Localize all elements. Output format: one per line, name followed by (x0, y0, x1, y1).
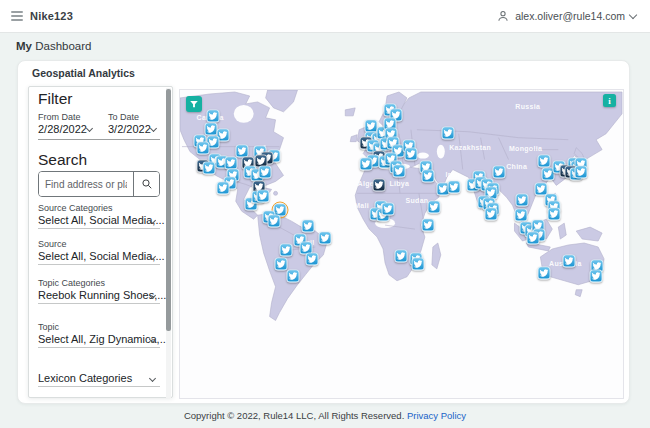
dashboard-card: Geospatial Analytics Filter From Date To… (17, 60, 630, 404)
twitter-marker[interactable] (275, 258, 288, 271)
filter-panel: Filter From Date To Date 2/28/2022 3/2/2… (28, 86, 173, 398)
breadcrumb-bold: My (16, 40, 32, 52)
twitter-marker[interactable] (562, 255, 575, 268)
panel-scrollbar-thumb[interactable] (166, 89, 171, 331)
privacy-policy-link[interactable]: Privacy Policy (407, 410, 466, 421)
address-search (38, 171, 160, 197)
widget-title: Geospatial Analytics (32, 67, 135, 79)
to-date-select[interactable]: 3/2/2022 (108, 123, 151, 135)
breadcrumb-rest: Dashboard (32, 40, 91, 52)
twitter-marker[interactable] (257, 189, 270, 202)
lexicon-categories-select[interactable]: Lexicon Categories (38, 372, 132, 384)
search-input[interactable] (39, 172, 133, 196)
twitter-marker[interactable] (411, 258, 424, 271)
twitter-marker[interactable] (280, 243, 293, 256)
chevron-down-icon[interactable] (149, 375, 156, 382)
twitter-marker[interactable] (267, 214, 280, 227)
twitter-marker[interactable] (203, 162, 216, 175)
chevron-down-icon (629, 10, 637, 18)
divider (38, 386, 160, 387)
from-date-label: From Date (38, 112, 81, 122)
map-filter-button[interactable] (186, 96, 202, 112)
info-icon: i (608, 96, 611, 106)
from-date-select[interactable]: 2/28/2022 (38, 123, 87, 135)
search-button[interactable] (133, 172, 159, 196)
twitter-marker[interactable] (381, 202, 394, 215)
topic-categories-label: Topic Categories (38, 278, 105, 288)
world-map-svg (180, 90, 623, 398)
menu-icon[interactable] (11, 11, 23, 21)
twitter-marker[interactable] (405, 148, 418, 161)
twitter-marker[interactable] (589, 270, 602, 283)
funnel-icon (189, 99, 199, 109)
person-icon (496, 9, 510, 23)
twitter-marker[interactable] (526, 231, 539, 244)
twitter-marker[interactable] (302, 220, 315, 233)
twitter-marker[interactable] (538, 154, 551, 167)
twitter-marker[interactable] (305, 253, 318, 266)
twitter-marker[interactable] (441, 126, 454, 139)
filter-heading: Filter (38, 90, 72, 108)
topic-categories-select[interactable]: Reebok Running Shoes,... (38, 289, 166, 301)
twitter-marker[interactable] (373, 179, 386, 192)
copyright-text: Copyright © 2022, Rule14 LLC, All Rights… (184, 410, 404, 421)
map-info-button[interactable]: i (603, 94, 616, 107)
twitter-marker[interactable] (548, 207, 561, 220)
twitter-marker[interactable] (318, 232, 331, 245)
twitter-marker[interactable] (484, 208, 497, 221)
to-date-label: To Date (108, 112, 139, 122)
magnifier-icon (141, 178, 153, 190)
divider (38, 303, 160, 304)
twitter-marker[interactable] (360, 157, 373, 170)
footer: Copyright © 2022, Rule14 LLC, All Rights… (0, 410, 650, 421)
divider (38, 264, 160, 265)
twitter-marker[interactable] (538, 266, 551, 279)
twitter-marker[interactable] (428, 200, 441, 213)
user-email: alex.oliver@rule14.com (515, 10, 625, 22)
twitter-marker[interactable] (258, 165, 271, 178)
twitter-marker[interactable] (421, 218, 434, 231)
twitter-marker[interactable] (448, 181, 461, 194)
chevron-down-icon[interactable] (150, 125, 157, 132)
twitter-marker[interactable] (421, 169, 434, 182)
geospatial-map[interactable]: CanadaRussiaKazakhstanMongoliaChinaIranL… (179, 89, 624, 399)
divider (38, 347, 160, 348)
source-categories-label: Source Categories (38, 203, 113, 213)
chevron-down-icon[interactable] (86, 125, 93, 132)
twitter-marker[interactable] (395, 250, 408, 263)
breadcrumb: My Dashboard (16, 40, 91, 52)
twitter-marker[interactable] (286, 270, 299, 283)
twitter-marker[interactable] (493, 166, 506, 179)
twitter-marker[interactable] (516, 194, 529, 207)
divider (38, 139, 160, 140)
topic-label: Topic (38, 322, 59, 332)
twitter-marker[interactable] (197, 141, 210, 154)
twitter-marker[interactable] (217, 181, 230, 194)
brand-name[interactable]: Nike123 (30, 10, 73, 22)
twitter-marker[interactable] (574, 166, 587, 179)
top-nav: Nike123 alex.oliver@rule14.com (0, 0, 650, 33)
twitter-marker[interactable] (515, 209, 528, 222)
twitter-marker[interactable] (392, 165, 405, 178)
source-select[interactable]: Select All, Social Media,... (38, 250, 165, 262)
user-menu[interactable]: alex.oliver@rule14.com (496, 9, 650, 23)
divider (38, 228, 160, 229)
source-categories-select[interactable]: Select All, Social Media,... (38, 214, 165, 226)
twitter-marker[interactable] (207, 109, 220, 122)
search-heading: Search (38, 151, 87, 169)
source-label: Source (38, 239, 67, 249)
